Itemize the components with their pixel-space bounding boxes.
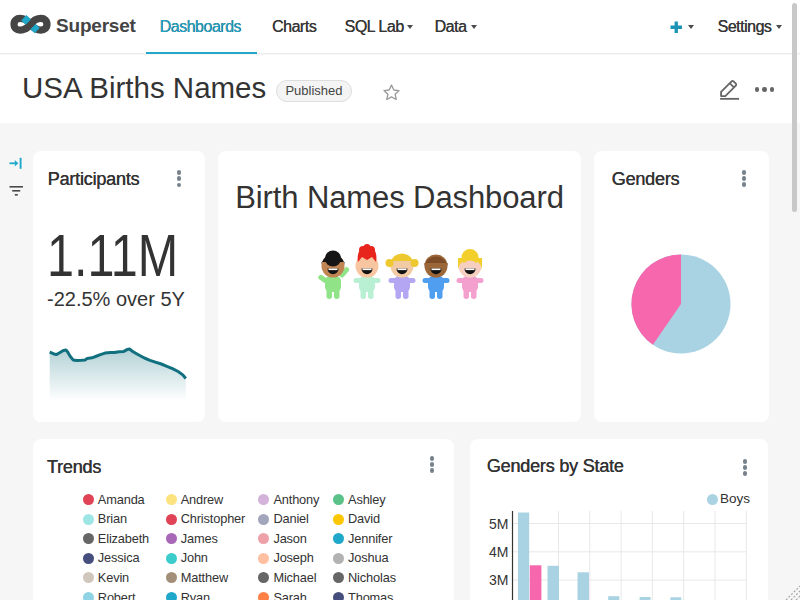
svg-text:5M: 5M bbox=[489, 516, 508, 532]
svg-text:3M: 3M bbox=[489, 572, 508, 588]
svg-text:4M: 4M bbox=[489, 544, 508, 560]
